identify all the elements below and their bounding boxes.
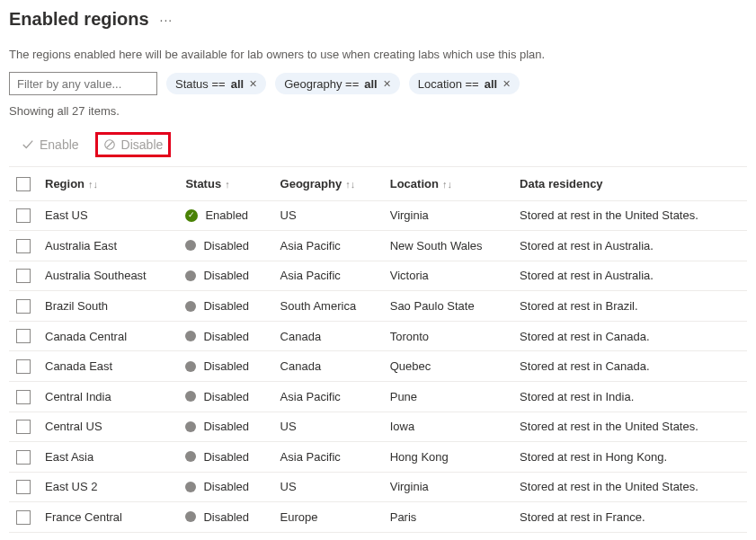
pill-label: Location == (418, 77, 479, 91)
enabled-icon: ✓ (185, 209, 198, 222)
cell-region: Brazil South (38, 291, 178, 322)
item-count: Showing all 27 items. (9, 104, 747, 118)
sort-icon: ↑↓ (88, 179, 98, 190)
sort-icon: ↑↓ (345, 179, 355, 190)
row-checkbox[interactable] (16, 480, 31, 494)
cell-geography: Canada (273, 321, 383, 351)
table-row: Australia SoutheastDisabledAsia PacificV… (9, 261, 747, 291)
col-status[interactable]: Status↑ (178, 167, 272, 200)
cell-status: Disabled (203, 390, 249, 403)
col-data-residency: Data residency (512, 167, 747, 200)
col-region[interactable]: Region↑↓ (38, 167, 178, 200)
disable-button[interactable]: Disable (95, 132, 172, 157)
row-checkbox[interactable] (16, 208, 31, 223)
row-checkbox[interactable] (16, 450, 31, 465)
row-checkbox[interactable] (16, 390, 31, 404)
cell-geography: US (273, 412, 383, 442)
cell-status: Disabled (203, 420, 249, 433)
cell-status: Enabled (205, 208, 248, 222)
disabled-icon (185, 391, 196, 402)
cell-region: Australia East (38, 231, 178, 261)
cell-data-residency: Stored at rest in Canada. (512, 351, 747, 382)
close-icon[interactable]: ✕ (503, 78, 511, 90)
cell-status: Disabled (203, 239, 249, 252)
disable-label: Disable (121, 137, 164, 152)
cell-data-residency: Stored at rest in the United States. (512, 472, 747, 502)
more-menu-icon[interactable]: ··· (160, 13, 173, 27)
cell-data-residency: Stored at rest in France. (512, 502, 747, 533)
cell-status: Disabled (203, 450, 249, 464)
table-row: France CentralDisabledEuropeParisStored … (9, 502, 747, 533)
cell-data-residency: Stored at rest in Brazil. (512, 291, 747, 322)
cell-geography: South America (273, 291, 383, 322)
cell-region: Central India (38, 381, 178, 412)
cell-geography: Europe (273, 502, 383, 533)
filter-input[interactable] (9, 72, 157, 95)
cell-status: Disabled (203, 330, 249, 343)
cell-location: Paris (383, 502, 512, 533)
cell-geography: Asia Pacific (273, 381, 383, 412)
cell-location: New South Wales (383, 231, 512, 261)
disabled-icon (185, 331, 196, 341)
cell-data-residency: Stored at rest in the United States. (512, 200, 747, 231)
disabled-icon (185, 451, 196, 462)
cell-region: Central US (38, 412, 178, 442)
cell-data-residency: Stored at rest in Hong Kong. (512, 442, 747, 473)
row-checkbox[interactable] (16, 329, 31, 343)
description-text: The regions enabled here will be availab… (9, 48, 747, 61)
col-geography[interactable]: Geography↑↓ (273, 167, 383, 200)
pill-value: all (231, 77, 244, 91)
cell-data-residency: Stored at rest in Australia. (512, 261, 747, 291)
row-checkbox[interactable] (16, 299, 31, 314)
cell-location: Victoria (383, 261, 512, 291)
row-checkbox[interactable] (16, 359, 31, 374)
row-checkbox[interactable] (16, 420, 31, 434)
disabled-icon (185, 511, 196, 522)
disabled-icon (185, 301, 196, 312)
filter-pill[interactable]: Location == all✕ (409, 73, 520, 94)
cell-location: Virginia (383, 472, 512, 502)
row-checkbox[interactable] (16, 239, 31, 253)
disabled-icon (185, 421, 196, 432)
close-icon[interactable]: ✕ (383, 78, 391, 90)
pill-label: Geography == (284, 77, 359, 91)
cell-region: Canada Central (38, 321, 178, 351)
table-row: Brazil SouthDisabledSouth AmericaSao Pau… (9, 291, 747, 322)
sort-asc-icon: ↑ (225, 179, 230, 190)
cell-data-residency: Stored at rest in India. (512, 381, 747, 412)
select-all-checkbox[interactable] (16, 177, 31, 191)
sort-icon: ↑↓ (442, 179, 452, 190)
filter-pill[interactable]: Geography == all✕ (275, 73, 400, 94)
cell-region: Canada East (38, 351, 178, 382)
table-row: Central IndiaDisabledAsia PacificPuneSto… (9, 381, 747, 412)
pill-label: Status == (175, 77, 226, 91)
enable-label: Enable (40, 137, 79, 152)
cell-geography: Asia Pacific (273, 442, 383, 473)
enable-button[interactable]: Enable (16, 132, 84, 157)
prohibit-icon (103, 138, 116, 151)
svg-line-1 (106, 142, 112, 148)
cell-location: Quebec (383, 351, 512, 382)
disabled-icon (185, 361, 196, 372)
cell-location: Virginia (383, 200, 512, 231)
col-location[interactable]: Location↑↓ (383, 167, 512, 200)
cell-location: Hong Kong (383, 442, 512, 473)
cell-geography: US (273, 472, 383, 502)
cell-geography: Asia Pacific (273, 261, 383, 291)
close-icon[interactable]: ✕ (249, 78, 257, 90)
cell-geography: Canada (273, 351, 383, 382)
cell-region: East US (38, 200, 178, 231)
table-row: East AsiaDisabledAsia PacificHong KongSt… (9, 442, 747, 473)
disabled-icon (185, 240, 196, 251)
cell-region: East US 2 (38, 472, 178, 502)
cell-region: France Central (38, 502, 178, 533)
filter-pill[interactable]: Status == all✕ (166, 73, 266, 94)
cell-location: Toronto (383, 321, 512, 351)
cell-data-residency: Stored at rest in Australia. (512, 231, 747, 261)
cell-region: East Asia (38, 442, 178, 473)
row-checkbox[interactable] (16, 269, 31, 283)
pill-value: all (485, 77, 497, 91)
table-row: Canada EastDisabledCanadaQuebecStored at… (9, 351, 747, 382)
row-checkbox[interactable] (16, 510, 31, 525)
table-row: East US 2DisabledUSVirginiaStored at res… (9, 472, 747, 502)
